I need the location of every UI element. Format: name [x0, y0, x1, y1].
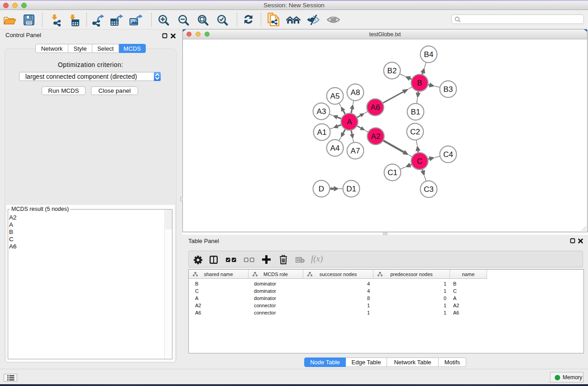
svg-text:C2: C2: [410, 128, 420, 136]
svg-text:C4: C4: [443, 150, 453, 159]
svg-text:A3: A3: [317, 107, 326, 116]
svg-text:A2: A2: [371, 132, 381, 141]
svg-text:A5: A5: [330, 92, 340, 100]
svg-text:C: C: [417, 157, 422, 166]
svg-text:B1: B1: [411, 108, 421, 116]
svg-text:B2: B2: [387, 67, 397, 75]
svg-text:D: D: [319, 185, 324, 193]
svg-text:B3: B3: [444, 85, 453, 94]
svg-text:A8: A8: [351, 88, 360, 97]
svg-text:D1: D1: [346, 185, 356, 193]
svg-text:A: A: [347, 118, 352, 126]
svg-text:B: B: [417, 79, 422, 87]
svg-text:B4: B4: [424, 50, 434, 59]
svg-text:A6: A6: [371, 103, 380, 112]
svg-text:A7: A7: [351, 147, 360, 155]
svg-text:C3: C3: [424, 185, 434, 194]
svg-text:C1: C1: [387, 168, 397, 177]
svg-text:A1: A1: [317, 128, 327, 137]
svg-text:A4: A4: [330, 144, 340, 152]
